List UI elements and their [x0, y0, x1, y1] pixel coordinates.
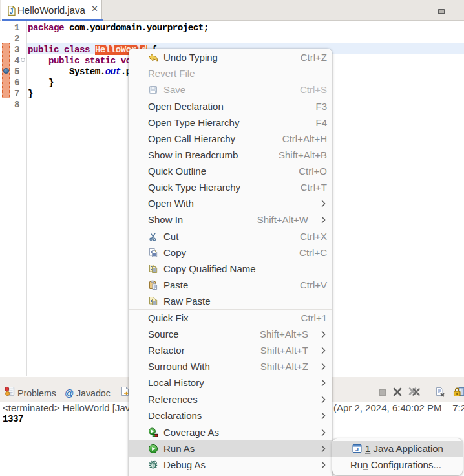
- svg-text:J: J: [10, 8, 14, 15]
- svg-text:J: J: [355, 446, 359, 453]
